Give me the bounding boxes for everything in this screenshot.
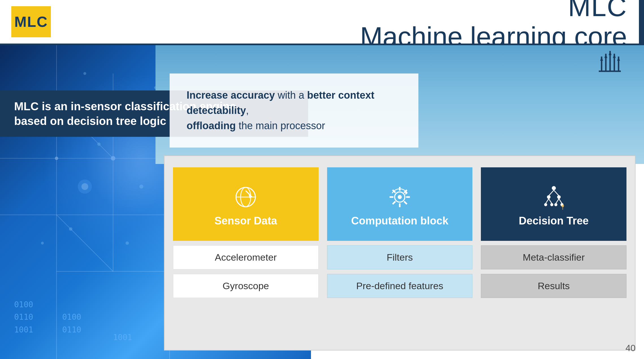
- info-normal-1: with a: [275, 89, 307, 101]
- svg-line-64: [393, 201, 396, 204]
- sensor-icon: [233, 184, 258, 210]
- decision-icon-box: Decision Tree: [481, 167, 626, 241]
- binary-text: 0100 0110 1001: [14, 299, 33, 336]
- svg-point-42: [41, 242, 44, 245]
- svg-point-76: [550, 203, 553, 206]
- sensor-item-1: Accelerometer: [173, 245, 319, 269]
- title-line1: MLC: [360, 0, 627, 22]
- svg-point-77: [554, 203, 557, 206]
- svg-point-70: [557, 195, 561, 199]
- decision-column: Decision Tree Meta-classifier Results: [481, 167, 626, 341]
- sensor-column: Sensor Data Accelerometer Gyroscope: [173, 167, 319, 341]
- binary-line5: 0110: [62, 324, 81, 336]
- computation-item-1: Filters: [327, 245, 473, 269]
- svg-line-68: [554, 190, 559, 196]
- decision-label: Decision Tree: [519, 215, 589, 227]
- svg-point-56: [398, 195, 402, 199]
- subtitle-line2: based on decision tree logic: [14, 115, 166, 127]
- svg-marker-9: [617, 57, 620, 61]
- info-normal-2: the main processor: [236, 120, 325, 131]
- svg-line-74: [559, 199, 562, 203]
- svg-point-79: [561, 205, 564, 207]
- computation-icon-box: Computation block: [327, 167, 473, 241]
- svg-line-73: [556, 199, 559, 203]
- decision-item-2: Results: [481, 274, 626, 298]
- svg-point-66: [552, 186, 556, 190]
- decision-item-1: Meta-classifier: [481, 245, 626, 269]
- mlc-logo: MLC: [11, 6, 51, 37]
- svg-line-53: [246, 191, 252, 197]
- decision-tree-icon: [541, 184, 567, 210]
- diagram-panel: Sensor Data Accelerometer Gyroscope: [164, 155, 636, 351]
- main-area: 0100 0110 1001 0100 0110 1001 MLC is an …: [0, 45, 644, 359]
- svg-point-75: [544, 203, 547, 206]
- binary-line4: 0100: [62, 311, 81, 324]
- computation-item-2: Pre-defined features: [327, 274, 473, 298]
- sensor-label: Sensor Data: [214, 215, 277, 227]
- sensor-icon-box: Sensor Data: [173, 167, 319, 241]
- svg-line-62: [404, 201, 407, 204]
- chip-icon: [596, 48, 621, 77]
- sensor-item-2: Gyroscope: [173, 274, 319, 298]
- page-number: 40: [625, 343, 636, 353]
- info-bold-3: offloading: [187, 120, 236, 131]
- logo-text: MLC: [14, 13, 48, 30]
- svg-line-67: [549, 190, 554, 196]
- computation-label: Computation block: [351, 215, 448, 227]
- svg-point-38: [83, 72, 86, 75]
- svg-marker-8: [613, 54, 616, 58]
- info-card: Increase accuracy with a better context …: [170, 73, 418, 148]
- info-bold-1: Increase accuracy: [187, 89, 275, 101]
- svg-line-71: [546, 199, 549, 203]
- computation-icon: [387, 184, 412, 210]
- svg-point-69: [547, 195, 550, 199]
- info-card-text: Increase accuracy with a better context …: [187, 88, 401, 133]
- svg-marker-5: [600, 57, 603, 61]
- right-accent-bar: [639, 0, 644, 45]
- binary-line6: 1001: [113, 333, 132, 342]
- svg-marker-7: [609, 51, 611, 55]
- header-title: MLC Machine learning core: [360, 0, 627, 52]
- computation-column: Computation block Filters Pre-defined fe…: [327, 167, 473, 341]
- svg-line-72: [549, 199, 552, 203]
- svg-marker-6: [604, 54, 607, 58]
- header: MLC MLC Machine learning core: [0, 0, 644, 45]
